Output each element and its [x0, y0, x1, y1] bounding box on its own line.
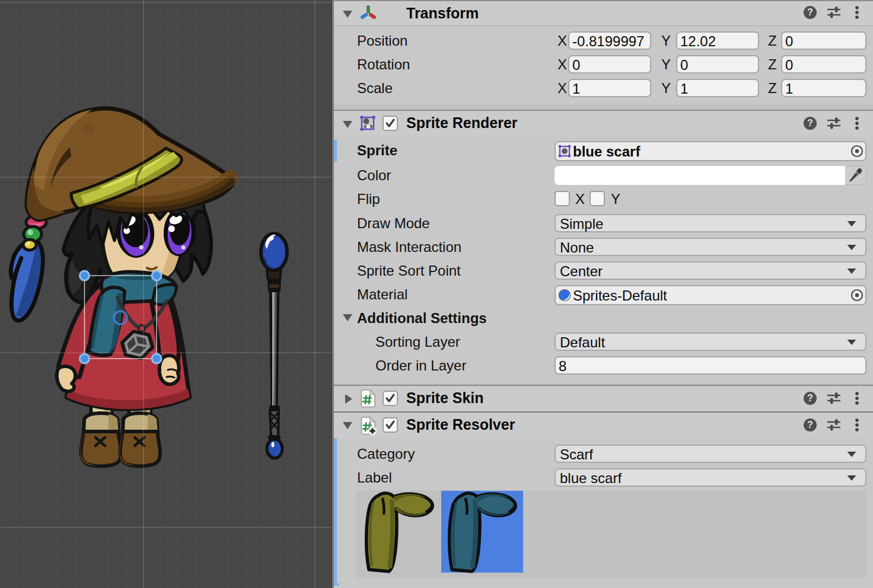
svg-text:?: ?	[807, 118, 813, 128]
svg-text:?: ?	[807, 420, 813, 430]
svg-text:?: ?	[807, 7, 813, 17]
svg-text:?: ?	[807, 393, 813, 403]
